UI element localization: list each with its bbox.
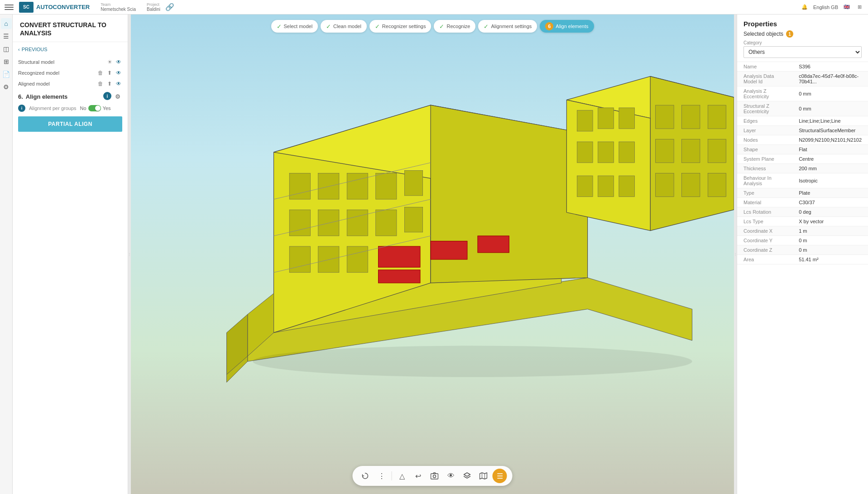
- map-btn[interactable]: [476, 469, 491, 483]
- aligned-model-label: Aligned model: [18, 81, 97, 86]
- svg-rect-31: [708, 139, 726, 163]
- step-alignment-settings[interactable]: ✓ Alignment settings: [478, 20, 537, 33]
- project-label: Project: [147, 2, 160, 7]
- back-link[interactable]: ‹ PREVIOUS: [18, 47, 122, 52]
- step-clean-model[interactable]: ✓ Clean model: [321, 20, 367, 33]
- sidebar-icon-layers[interactable]: ☰: [1, 31, 12, 42]
- hamburger-menu[interactable]: [5, 3, 14, 11]
- sidebar-icon-cube[interactable]: ◫: [1, 43, 12, 54]
- screenshot-btn[interactable]: [427, 469, 442, 483]
- layers-btn[interactable]: [460, 469, 475, 483]
- props-category-select[interactable]: Others: [743, 46, 862, 58]
- step-clean-label: Clean model: [333, 24, 361, 29]
- step-check-icon2: ✓: [326, 23, 331, 30]
- prop-key: Analysis Z Eccentricity: [737, 86, 792, 101]
- svg-marker-53: [480, 473, 487, 479]
- prop-value: N2099;N2100;N2101;N2102: [792, 135, 868, 145]
- sidebar-icon-settings[interactable]: ⚙: [1, 82, 12, 92]
- aligned-eye-icon[interactable]: 👁: [115, 80, 122, 87]
- svg-rect-16: [289, 246, 310, 273]
- svg-rect-7: [318, 173, 339, 199]
- svg-rect-17: [318, 246, 339, 273]
- prop-key: Shape: [737, 145, 792, 154]
- step-check-icon: ✓: [277, 23, 282, 30]
- recognized-upload-icon[interactable]: ⬆: [106, 69, 113, 77]
- props-table-row: Nodes N2099;N2100;N2101;N2102: [737, 135, 868, 145]
- prop-value: S396: [792, 62, 868, 72]
- view-btn[interactable]: 👁: [444, 469, 458, 483]
- svg-rect-28: [708, 105, 726, 129]
- step-check-icon5: ✓: [484, 23, 489, 30]
- recognized-model-row: Recognized model 🗑 ⬆ 👁: [18, 69, 122, 77]
- props-table-row: Analysis Data Model Id c08da7ec-45d7-4e0…: [737, 72, 868, 86]
- prop-value: X by vector: [792, 217, 868, 226]
- prop-value: 0 mm: [792, 86, 868, 101]
- prop-key: Coordinate Z: [737, 245, 792, 255]
- partial-align-button[interactable]: PARTIAL ALIGN: [18, 116, 122, 132]
- recognized-trash-icon[interactable]: 🗑: [97, 69, 104, 77]
- svg-rect-29: [656, 139, 674, 163]
- triangle-btn[interactable]: △: [395, 469, 409, 483]
- props-table-row: Type Plate: [737, 188, 868, 198]
- props-table-row: Coordinate Z 0 m: [737, 245, 868, 255]
- props-table: Name S396 Analysis Data Model Id c08da7e…: [737, 62, 868, 264]
- aligned-trash-icon[interactable]: 🗑: [97, 80, 104, 87]
- prop-key: Lcs Rotation: [737, 207, 792, 217]
- props-table-row: Name S396: [737, 62, 868, 72]
- svg-rect-33: [681, 173, 700, 197]
- step-align-elements[interactable]: 6 Align elements: [540, 20, 594, 33]
- toggle-info-icon: i: [18, 105, 25, 112]
- structural-sun-icon[interactable]: ☀: [106, 58, 113, 66]
- app-name: AUTOCONVERTER: [36, 4, 90, 10]
- step-recognize[interactable]: ✓ Recognize: [434, 20, 475, 33]
- toggle-track[interactable]: [88, 105, 101, 111]
- viewport[interactable]: ✓ Select model ✓ Clean model ✓ Recognize…: [131, 14, 734, 494]
- undo-btn[interactable]: ↩: [411, 469, 426, 483]
- props-table-row: Lcs Type X by vector: [737, 217, 868, 226]
- prop-key: Area: [737, 255, 792, 264]
- sidebar-icon-grid[interactable]: ⊞: [1, 56, 12, 67]
- section-gear-icon[interactable]: ⚙: [113, 92, 122, 101]
- prop-value: 1 m: [792, 226, 868, 236]
- svg-rect-34: [708, 173, 726, 197]
- props-table-row: Analysis Z Eccentricity 0 mm: [737, 86, 868, 101]
- rotate-btn[interactable]: [358, 469, 373, 483]
- svg-rect-13: [347, 210, 368, 236]
- aligned-upload-icon[interactable]: ⬆: [106, 80, 113, 87]
- recognized-eye-icon[interactable]: 👁: [115, 69, 122, 77]
- svg-rect-15: [404, 207, 422, 232]
- step-alignment-label: Alignment settings: [491, 24, 532, 29]
- svg-rect-8: [347, 173, 368, 199]
- notification-icon[interactable]: 🔔: [801, 3, 809, 11]
- prop-key: System Plane: [737, 154, 792, 164]
- step-select-model[interactable]: ✓ Select model: [271, 20, 318, 33]
- prop-key: Material: [737, 198, 792, 207]
- svg-rect-26: [656, 105, 674, 129]
- props-table-row: Shape Flat: [737, 145, 868, 154]
- grid-icon[interactable]: ⊞: [855, 3, 863, 11]
- toggle-yes-label: Yes: [103, 106, 111, 111]
- step-recognizer-settings[interactable]: ✓ Recognizer settings: [369, 20, 432, 33]
- aligned-model-icons: 🗑 ⬆ 👁: [97, 80, 122, 87]
- right-panel: Properties Selected objects 1 Category O…: [737, 14, 868, 494]
- prop-value: C30/37: [792, 198, 868, 207]
- link-icon[interactable]: 🔗: [166, 3, 174, 11]
- menu-orange-btn[interactable]: ☰: [493, 469, 507, 483]
- svg-rect-35: [577, 110, 593, 131]
- props-table-row: Material C30/37: [737, 198, 868, 207]
- left-panel: CONVERT STRUCTURAL TO ANALYSIS ‹ PREVIOU…: [13, 14, 128, 494]
- language-label[interactable]: English GB: [813, 5, 838, 10]
- structural-eye-icon[interactable]: 👁: [115, 58, 122, 66]
- section-info-icon[interactable]: i: [103, 92, 111, 100]
- project-value: Baldini: [147, 7, 160, 12]
- svg-rect-9: [376, 173, 397, 199]
- section-icons: i ⚙: [103, 92, 122, 101]
- svg-rect-11: [289, 210, 310, 236]
- more-options-btn[interactable]: ⋮: [374, 469, 389, 483]
- structural-model-icons: ☀ 👁: [106, 58, 122, 66]
- prop-value: Plate: [792, 188, 868, 198]
- sidebar-icon-home[interactable]: ⌂: [1, 18, 12, 29]
- toggle-switch[interactable]: No Yes: [80, 105, 111, 111]
- sidebar-icon-doc[interactable]: 📄: [1, 69, 12, 80]
- step-number-badge: 6: [545, 22, 553, 30]
